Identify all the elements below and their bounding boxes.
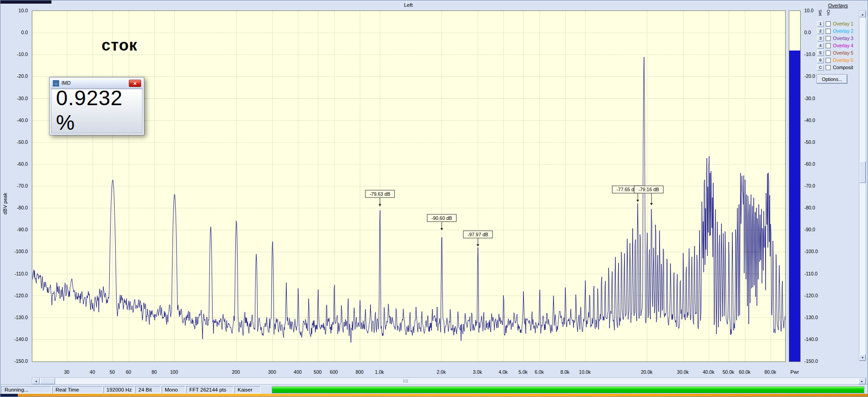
- signal-level-bar: [272, 386, 864, 393]
- overlay-row: 4Overlay 4: [817, 43, 859, 49]
- y-tick-label: -110.0: [804, 271, 817, 276]
- scroll-up-arrow-icon[interactable]: ▲: [859, 11, 866, 17]
- x-tick-label: 100: [160, 369, 188, 375]
- y-tick-label: -120.0: [0, 293, 28, 298]
- x-tick-label: 300: [259, 369, 286, 375]
- overlays-panel: Overlays Set On 1Overlay 12Overlay 23Ove…: [817, 3, 859, 92]
- window-edge-fragment: [0, 0, 51, 4]
- power-meter: [789, 10, 801, 362]
- taskbar-strip: [0, 394, 868, 397]
- overlay-row: 5Overlay 5: [817, 50, 859, 56]
- y-tick-label: -20.0: [0, 73, 28, 79]
- overlay-label: Overlay 6: [833, 57, 853, 63]
- overlay-on-checkbox[interactable]: [826, 43, 831, 48]
- grid: [32, 11, 785, 361]
- power-meter-label: Pwr: [788, 369, 802, 375]
- vertical-scrollbar[interactable]: ▲ ▼: [859, 10, 866, 361]
- imd-value: 0.9232 %: [56, 86, 142, 135]
- y-tick-label: -120.0: [804, 293, 818, 298]
- x-tick-label: 80.0k: [756, 369, 784, 375]
- y-tick-label: -150.0: [0, 358, 28, 364]
- x-tick-label: 30: [53, 369, 81, 375]
- y-tick-label: 10.0: [804, 8, 813, 13]
- scroll-right-arrow-icon[interactable]: ►: [858, 378, 866, 384]
- y-tick-label: -60.0: [0, 161, 28, 167]
- x-tick-label: 60: [115, 369, 142, 375]
- status-samplerate: 192000 Hz: [103, 386, 134, 393]
- overlay-on-checkbox[interactable]: [826, 51, 831, 56]
- overlay-row: 1Overlay 1: [817, 21, 859, 27]
- imd-dialog-title: IMD: [61, 80, 71, 86]
- y-tick-label: -50.0: [804, 139, 815, 145]
- x-tick-label: 2.0k: [428, 369, 455, 375]
- x-tick-label: 200: [222, 369, 249, 375]
- annotation-text: сток: [102, 36, 137, 54]
- overlay-on-checkbox[interactable]: [826, 29, 831, 34]
- y-tick-label: -130.0: [804, 315, 818, 320]
- overlay-on-checkbox[interactable]: [826, 21, 831, 26]
- overlay-set-button[interactable]: C: [817, 65, 824, 71]
- overlay-label: Overlay 2: [833, 28, 853, 34]
- overlay-label: Overlay 1: [833, 21, 853, 27]
- y-tick-label: 10.0: [0, 8, 28, 13]
- imd-dialog-body: 0.9232 %: [51, 89, 142, 133]
- taskbar-fragment: [0, 394, 18, 397]
- x-tick-label: 600: [320, 369, 348, 375]
- vertical-scrollbar-thumb[interactable]: [859, 161, 866, 183]
- y-tick-label: -140.0: [0, 336, 28, 342]
- scroll-left-arrow-icon[interactable]: ◄: [32, 378, 40, 384]
- horizontal-scrollbar[interactable]: ◄ ►: [32, 377, 866, 385]
- overlays-title: Overlays: [817, 3, 859, 8]
- overlay-set-button[interactable]: 3: [817, 36, 824, 41]
- overlay-label: Overlay 3: [833, 36, 853, 41]
- overlay-on-checkbox[interactable]: [826, 65, 831, 70]
- x-tick-label: 20.0k: [633, 369, 660, 375]
- overlay-row: 3Overlay 3: [817, 36, 859, 42]
- y-tick-label: -80.0: [804, 205, 815, 210]
- spectrum-trace: [32, 57, 785, 342]
- overlay-set-button[interactable]: 4: [817, 43, 824, 49]
- x-tick-label: 60.0k: [731, 369, 758, 375]
- overlay-label: Overlay 5: [833, 50, 853, 56]
- x-tick-label: 3.0k: [464, 369, 491, 375]
- overlay-label: Overlay 4: [833, 43, 853, 49]
- overlay-set-button[interactable]: 2: [817, 28, 824, 34]
- y-tick-label: -90.0: [804, 227, 815, 232]
- y-axis-ticks-left: 10.00.0-10.0-20.0-30.0-40.0-50.0-60.0-70…: [0, 10, 30, 370]
- y-tick-label: -80.0: [0, 205, 28, 210]
- y-tick-label: -100.0: [0, 249, 28, 254]
- status-mode: Real Time: [52, 386, 102, 393]
- y-tick-label: -10.0: [0, 51, 28, 57]
- spectrum-plot[interactable]: -79.63 dB-90.60 dB-97.97 dB-77.65 dB-79.…: [32, 10, 786, 362]
- overlay-row: 6Overlay 6: [817, 57, 859, 64]
- power-meter-fill: [789, 51, 800, 361]
- y-tick-label: -150.0: [804, 358, 818, 364]
- overlay-set-button[interactable]: 6: [817, 57, 824, 63]
- status-channels: Mono: [162, 386, 185, 393]
- svg-text:-79.16 dB: -79.16 dB: [639, 187, 660, 192]
- x-tick-label: 1.0k: [366, 369, 393, 375]
- chart-title: Left: [404, 2, 412, 8]
- options-button[interactable]: Options...: [817, 75, 847, 83]
- imd-dialog[interactable]: ↔ IMD ✕ 0.9232 %: [49, 77, 144, 135]
- overlay-on-checkbox[interactable]: [826, 36, 831, 41]
- overlay-set-button[interactable]: 5: [817, 50, 824, 56]
- y-tick-label: -70.0: [0, 183, 28, 188]
- y-tick-label: -110.0: [0, 271, 28, 276]
- status-bar: Running... Real Time 192000 Hz 24 Bit Mo…: [0, 385, 868, 394]
- y-tick-label: 0.0: [0, 30, 28, 35]
- horizontal-scrollbar-thumb[interactable]: [40, 378, 55, 384]
- y-tick-label: -10.0: [804, 51, 815, 57]
- overlay-row: 2Overlay 2: [817, 28, 859, 35]
- y-tick-label: -130.0: [0, 315, 28, 320]
- svg-text:-90.60 dB: -90.60 dB: [431, 215, 452, 221]
- y-tick-label: 0.0: [804, 30, 811, 35]
- y-tick-label: -50.0: [0, 139, 28, 145]
- y-tick-label: -30.0: [804, 96, 815, 101]
- spectrum-analyzer-window: Left dBV peak 10.00.0-10.0-20.0-30.0-40.…: [0, 0, 868, 397]
- overlay-label: Composit: [833, 65, 853, 71]
- overlay-on-checkbox[interactable]: [826, 58, 831, 63]
- scroll-down-arrow-icon[interactable]: ▼: [859, 354, 866, 361]
- overlay-set-button[interactable]: 1: [817, 21, 824, 27]
- overlays-set-column-header: Set: [818, 10, 823, 16]
